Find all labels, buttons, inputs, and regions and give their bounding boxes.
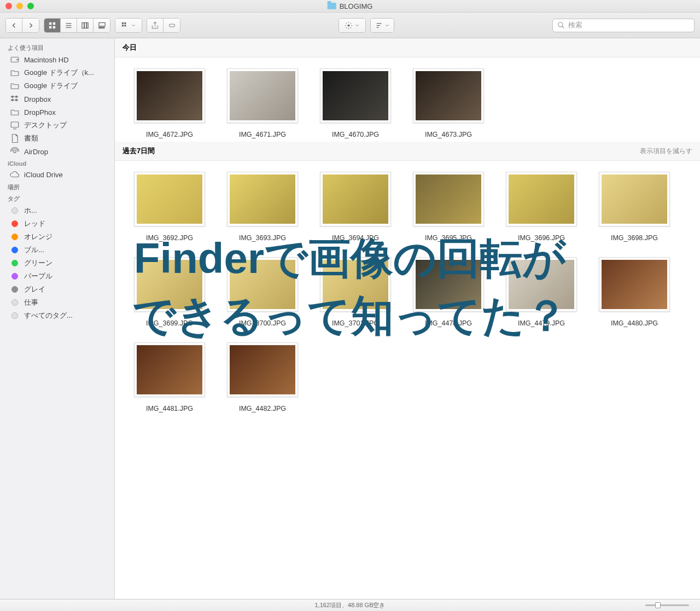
sort-group xyxy=(370,18,394,33)
file-item[interactable]: IMG_4673.JPG xyxy=(402,68,494,138)
tag-icon xyxy=(10,271,20,281)
file-item[interactable]: IMG_3695.JPG xyxy=(402,172,494,242)
sidebar-item[interactable]: グリーン xyxy=(0,257,114,270)
minimize-button[interactable] xyxy=(16,3,23,9)
sidebar-item[interactable]: Dropbox xyxy=(0,92,114,106)
file-item[interactable]: IMG_3692.JPG xyxy=(124,172,215,242)
action-button[interactable] xyxy=(339,19,365,32)
svg-rect-18 xyxy=(169,24,174,27)
forward-button[interactable] xyxy=(22,19,39,32)
svg-rect-12 xyxy=(101,27,102,28)
file-label: IMG_3698.JPG xyxy=(611,234,658,242)
maximize-button[interactable] xyxy=(27,3,34,9)
sidebar-item[interactable]: すべてのタグ... xyxy=(0,309,114,322)
document-icon xyxy=(10,133,20,143)
sidebar-item[interactable]: デスクトップ xyxy=(0,119,114,132)
file-item[interactable]: IMG_3700.JPG xyxy=(217,257,308,327)
sidebar-item[interactable]: 書類 xyxy=(0,132,114,145)
sidebar-item-label: Google ドライブ xyxy=(24,81,78,91)
file-label: IMG_3696.JPG xyxy=(518,234,565,242)
file-label: IMG_4672.JPG xyxy=(146,131,193,138)
svg-rect-27 xyxy=(11,122,19,127)
sidebar-item[interactable]: 仕事 xyxy=(0,296,114,309)
file-thumbnail xyxy=(320,257,391,312)
window-title-wrap: BLOGIMG xyxy=(328,2,373,10)
file-item[interactable]: IMG_3699.JPG xyxy=(124,257,215,327)
sidebar-item[interactable]: AirDrop xyxy=(0,145,114,158)
list-view-button[interactable] xyxy=(61,19,77,32)
sidebar-header: よく使う項目 xyxy=(0,42,114,53)
icon-view-button[interactable] xyxy=(44,19,61,32)
back-button[interactable] xyxy=(6,19,22,32)
toolbar: 検索 xyxy=(0,13,700,38)
sidebar-item[interactable]: ホ... xyxy=(0,204,114,217)
svg-rect-16 xyxy=(122,25,124,26)
airdrop-icon xyxy=(10,147,20,156)
file-item[interactable]: IMG_4480.JPG xyxy=(588,257,680,327)
sidebar-header: iCloud xyxy=(0,158,114,168)
sidebar-item[interactable]: Google ドライブ xyxy=(0,79,114,92)
file-item[interactable]: IMG_4670.JPG xyxy=(310,68,401,138)
file-thumbnail xyxy=(227,342,298,397)
file-item[interactable]: IMG_4482.JPG xyxy=(217,342,308,412)
dropbox-icon xyxy=(10,94,20,104)
section-title: 過去7日間 xyxy=(122,146,155,156)
reduce-link[interactable]: 表示項目を減らす xyxy=(640,147,692,156)
sidebar-item[interactable]: Google ドライブ（k... xyxy=(0,66,114,79)
svg-rect-17 xyxy=(124,25,126,26)
file-label: IMG_4671.JPG xyxy=(239,131,286,138)
file-label: IMG_3699.JPG xyxy=(146,319,193,327)
sidebar-item[interactable]: パープル xyxy=(0,270,114,283)
zoom-slider[interactable] xyxy=(645,604,689,606)
tag-icon xyxy=(10,258,20,268)
tag-icon xyxy=(10,245,20,255)
cloud-icon xyxy=(10,170,20,179)
sidebar-header: タグ xyxy=(0,193,114,204)
svg-rect-1 xyxy=(53,22,55,24)
desktop-icon xyxy=(10,120,20,130)
file-item[interactable]: IMG_3701.JPG xyxy=(310,257,401,327)
sidebar-item[interactable]: ブル... xyxy=(0,243,114,257)
file-item[interactable]: IMG_4671.JPG xyxy=(217,68,308,138)
svg-point-29 xyxy=(14,150,16,153)
file-label: IMG_3694.JPG xyxy=(332,234,379,242)
close-button[interactable] xyxy=(5,3,12,9)
sidebar-item-label: Google ドライブ（k... xyxy=(24,68,94,78)
file-label: IMG_4482.JPG xyxy=(239,405,286,412)
view-group xyxy=(44,18,110,33)
folder-icon xyxy=(10,81,20,91)
svg-point-26 xyxy=(17,59,18,60)
search-input[interactable]: 検索 xyxy=(552,19,695,32)
file-item[interactable]: IMG_3696.JPG xyxy=(495,172,587,242)
sidebar-item[interactable]: オレンジ xyxy=(0,230,114,243)
file-thumbnail xyxy=(413,257,484,312)
share-button[interactable] xyxy=(147,19,164,32)
sidebar-item-label: すべてのタグ... xyxy=(24,311,73,321)
search-placeholder: 検索 xyxy=(568,20,582,30)
sort-button[interactable] xyxy=(371,19,394,32)
svg-rect-10 xyxy=(98,22,104,26)
groupby-button[interactable] xyxy=(115,19,142,32)
sidebar-item[interactable]: DropPhox xyxy=(0,106,114,119)
tag-button[interactable] xyxy=(164,19,180,32)
file-item[interactable]: IMG_3693.JPG xyxy=(217,172,308,242)
sidebar-item[interactable]: グレイ xyxy=(0,283,114,296)
file-item[interactable]: IMG_3694.JPG xyxy=(310,172,401,242)
file-label: IMG_3695.JPG xyxy=(425,234,472,242)
sidebar-item[interactable]: iCloud Drive xyxy=(0,168,114,181)
gallery-view-button[interactable] xyxy=(94,19,110,32)
sidebar-header: 場所 xyxy=(0,181,114,193)
file-item[interactable]: IMG_4481.JPG xyxy=(124,342,215,412)
file-thumbnail xyxy=(506,257,577,312)
sidebar-item[interactable]: レッド xyxy=(0,217,114,230)
file-item[interactable]: IMG_4478.JPG xyxy=(402,257,494,327)
svg-rect-0 xyxy=(49,22,51,24)
file-item[interactable]: IMG_3698.JPG xyxy=(588,172,680,242)
column-view-button[interactable] xyxy=(77,19,94,32)
file-item[interactable]: IMG_4479.JPG xyxy=(495,257,587,327)
file-item[interactable]: IMG_4672.JPG xyxy=(124,68,215,138)
sidebar-item[interactable]: Macintosh HD xyxy=(0,53,114,66)
status-text: 1,162項目、48.88 GB空き xyxy=(314,601,385,609)
file-thumbnail xyxy=(599,257,670,312)
file-thumbnail xyxy=(413,68,484,123)
